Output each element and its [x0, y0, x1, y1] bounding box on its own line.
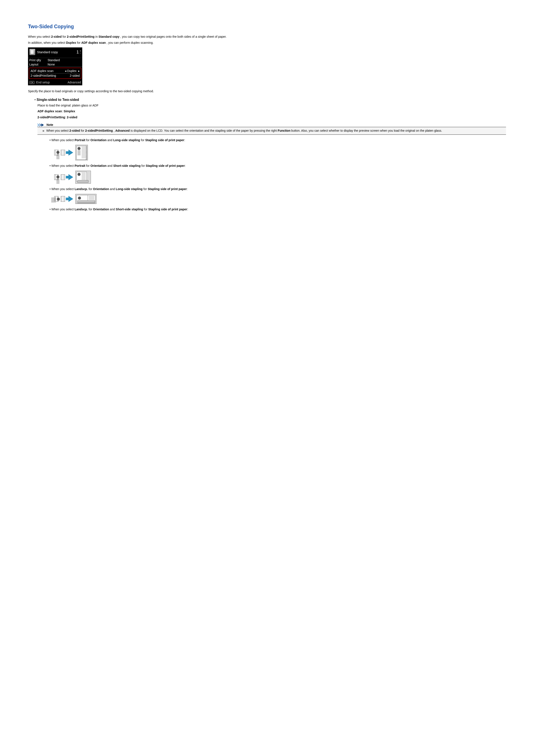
t: Stapling side of print paper — [146, 164, 185, 168]
t: for — [77, 41, 81, 44]
section-heading-single-to-two: Single-sided to Two-sided — [35, 98, 506, 102]
t: button. Also, you can select whether to … — [291, 129, 442, 132]
intro-p1: When you select 2-sided for 2-sidedPrint… — [28, 35, 506, 39]
lcd-end-setup: End setup — [36, 81, 50, 84]
diagram-landscape-long — [54, 194, 506, 204]
t: 2-sidedPrintSetting — [85, 129, 113, 132]
lcd-screenshot: Standard copy 1 + – Print qlty Standard … — [28, 47, 82, 85]
t: 2-sidedPrintSetting — [67, 35, 94, 39]
t: and — [109, 187, 115, 191]
ok-icon: OK — [29, 81, 35, 84]
t: When you select — [51, 164, 74, 168]
t: Duplex — [67, 69, 77, 73]
page-title: Two-Sided Copying — [28, 24, 506, 30]
bullet-icon — [43, 130, 44, 132]
t: Long-side stapling — [113, 138, 140, 142]
t: for — [143, 207, 148, 211]
t: When you select — [28, 35, 51, 39]
t: When you select — [51, 187, 74, 191]
lcd-adf-k: ADF duplex scan — [31, 69, 54, 73]
t: Function — [278, 129, 291, 132]
plus-minus-icon: + – — [79, 50, 81, 54]
t: Orientation — [93, 187, 109, 191]
copy-icon — [29, 49, 35, 55]
note-title: Note — [46, 123, 53, 126]
t: Short-side stapling — [113, 164, 140, 168]
t: 2-sided — [67, 116, 77, 119]
note-body: When you select 2-sided for 2-sidedPrint… — [38, 127, 506, 135]
option-landscape-long: When you select Landscp. for Orientation… — [50, 187, 506, 204]
option-portrait-short: When you select Portrait for Orientation… — [50, 164, 506, 184]
t: 2-sided — [51, 35, 62, 39]
t: , you can perform duplex scanning. — [107, 41, 154, 44]
t: for — [140, 164, 146, 168]
t: and — [109, 207, 115, 211]
t: : — [187, 207, 188, 211]
t: Landscp. — [74, 187, 88, 191]
lcd-layout-v: None — [48, 63, 55, 66]
t: 2-sided — [69, 129, 80, 132]
t: Landscp. — [74, 207, 88, 211]
t: Stapling side of print paper — [148, 187, 187, 191]
lcd-two-v: 2-sided — [70, 74, 80, 77]
lcd-advanced: Advanced — [67, 81, 81, 84]
lcd-highlighted-rows: ADF duplex scan ◂ Duplex ▸ 2-sidedPrintS… — [29, 68, 81, 79]
t: In addition, when you select — [28, 41, 66, 44]
setting-adf: ADF duplex scan: Simplex — [38, 109, 506, 114]
t: Duplex — [66, 41, 76, 44]
t: Advanced — [115, 129, 130, 132]
t: for — [88, 187, 93, 191]
lcd-printqlty-k: Print qlty — [29, 58, 48, 62]
t: ADF duplex scan — [38, 109, 62, 113]
option-landscape-short: When you select Landscp. for Orientation… — [50, 207, 506, 212]
t: for — [140, 138, 145, 142]
t: When you select — [46, 129, 69, 132]
note-heading: Note — [38, 122, 506, 127]
t: Orientation — [93, 207, 109, 211]
t: : — [184, 138, 185, 142]
arrow-icon — [68, 174, 73, 180]
diagram-portrait-long — [54, 145, 506, 160]
t: for — [63, 35, 67, 39]
t: for — [142, 187, 148, 191]
lcd-title: Standard copy — [37, 50, 76, 54]
t: Stapling side of print paper — [148, 207, 187, 211]
t: Orientation — [90, 138, 107, 142]
lcd-printqlty-v: Standard — [48, 58, 60, 62]
intro-p2: In addition, when you select Duplex for … — [28, 41, 506, 45]
t: for — [85, 138, 90, 142]
lcd-two-k: 2-sidedPrintSetting — [31, 74, 56, 77]
after-lcd: Specify the place to load originals or c… — [28, 89, 506, 94]
t: Long-side stapling — [116, 187, 142, 191]
lcd-adf-v: ◂ Duplex ▸ — [65, 69, 80, 73]
t: : — [65, 116, 67, 119]
t: – — [80, 52, 81, 54]
arrow-icon — [68, 196, 73, 202]
t: for — [81, 129, 85, 132]
t: and — [107, 138, 113, 142]
t: When you select — [51, 207, 74, 211]
t: Portrait — [74, 164, 85, 168]
lcd-copies: 1 — [76, 50, 79, 55]
t: for — [85, 164, 90, 168]
option-portrait-long: When you select Portrait for Orientation… — [50, 138, 506, 161]
t: is displayed on the LCD. You can select … — [131, 129, 278, 132]
diagram-portrait-short — [54, 171, 506, 184]
t: in — [95, 35, 99, 39]
t: ADF duplex scan — [81, 41, 106, 44]
setting-2sided: 2-sidedPrintSetting: 2-sided — [38, 115, 506, 120]
t: for — [88, 207, 93, 211]
lcd-layout-k: Layout — [29, 63, 48, 66]
t: Stapling side of print paper — [145, 138, 184, 142]
t: and — [107, 164, 113, 168]
t: : — [185, 164, 186, 168]
arrow-icon — [68, 149, 73, 156]
note-chevron-icon — [38, 123, 45, 126]
t: Simplex — [64, 109, 75, 113]
t: 2-sidedPrintSetting — [38, 116, 65, 119]
place-to-load: Place to load the original: platen glass… — [38, 103, 506, 108]
t: Orientation — [90, 164, 107, 168]
t: , you can copy two original pages onto t… — [120, 35, 226, 39]
t: : — [187, 187, 188, 191]
t: Short-side stapling — [116, 207, 143, 211]
